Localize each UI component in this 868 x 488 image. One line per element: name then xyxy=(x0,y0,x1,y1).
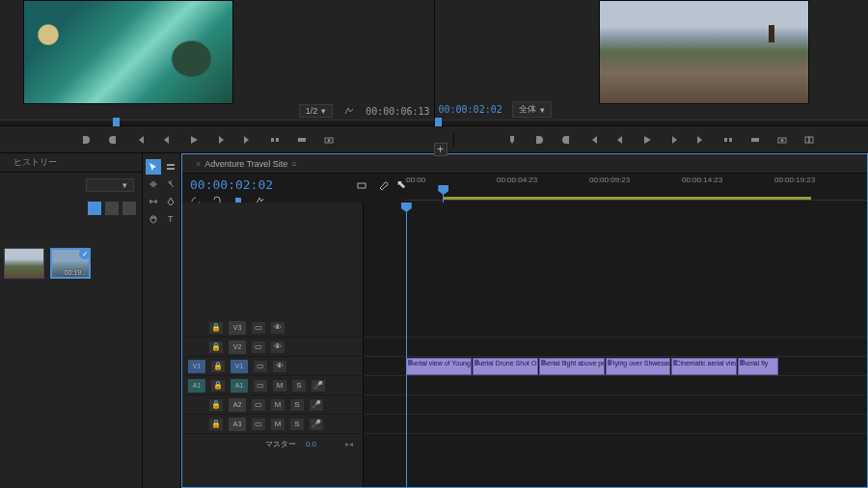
lock-icon[interactable]: 🔒 xyxy=(211,361,225,372)
button-editor-button[interactable]: + xyxy=(434,143,448,156)
wrench-icon[interactable] xyxy=(377,179,389,191)
export-frame-button[interactable] xyxy=(322,133,336,147)
track-label[interactable]: V1 xyxy=(231,360,248,373)
track-label[interactable]: V3 xyxy=(229,321,246,335)
track-header-a3[interactable]: 🔒 A3 ▭ M S 🎤 xyxy=(182,415,363,434)
program-scrubber[interactable] xyxy=(435,120,869,125)
track-lane-v2[interactable] xyxy=(364,338,867,357)
solo-button[interactable]: S xyxy=(290,419,304,430)
slip-tool[interactable] xyxy=(146,194,161,209)
eye-icon[interactable]: 👁 xyxy=(273,361,286,372)
expand-icon[interactable]: ▸◂ xyxy=(345,440,353,448)
track-label[interactable]: A1 xyxy=(231,379,248,393)
list-view-button[interactable] xyxy=(105,202,119,215)
track-content[interactable]: Aerial view of Young traveliAerial Drone… xyxy=(364,203,867,487)
track-lane-a2[interactable] xyxy=(364,395,867,415)
mute-button[interactable]: M xyxy=(273,380,286,392)
icon-view-button[interactable] xyxy=(88,202,101,215)
go-to-in-button[interactable] xyxy=(586,133,600,147)
play-button[interactable] xyxy=(187,133,201,147)
mute-button[interactable]: M xyxy=(271,399,285,411)
source-patch-v1[interactable]: V1 xyxy=(188,360,205,373)
project-thumbnail[interactable] xyxy=(4,248,44,279)
insert-button[interactable] xyxy=(268,133,282,147)
track-header-a2[interactable]: 🔒 A2 ▭ M S 🎤 xyxy=(182,395,363,415)
play-button[interactable] xyxy=(640,133,654,147)
freeform-view-button[interactable] xyxy=(122,202,136,215)
voiceover-icon[interactable]: 🎤 xyxy=(312,380,325,392)
step-forward-button[interactable] xyxy=(667,133,681,147)
mark-in-button[interactable] xyxy=(532,133,546,147)
video-clip[interactable]: Aerial view of Young traveli xyxy=(406,358,472,375)
work-area-bar[interactable] xyxy=(443,197,811,200)
pen-tool[interactable] xyxy=(163,194,178,209)
master-track-row[interactable]: マスター 0.0 ▸◂ xyxy=(182,434,363,453)
ruler-playhead[interactable] xyxy=(443,185,444,203)
settings-icon[interactable] xyxy=(342,104,356,118)
sync-lock-icon[interactable]: ▭ xyxy=(252,341,265,353)
timeline-playhead[interactable] xyxy=(406,203,407,487)
lock-icon[interactable]: 🔒 xyxy=(211,380,225,392)
insert-sequence-icon[interactable] xyxy=(356,179,367,191)
mark-in-button[interactable] xyxy=(79,133,93,147)
program-playhead[interactable] xyxy=(435,118,442,126)
export-frame-button[interactable] xyxy=(775,133,789,147)
eye-icon[interactable]: 👁 xyxy=(271,322,285,334)
source-scrubber[interactable] xyxy=(0,120,434,125)
solo-button[interactable]: S xyxy=(290,399,304,411)
video-clip[interactable]: Aerial fly xyxy=(738,358,778,375)
overwrite-button[interactable] xyxy=(295,133,309,147)
step-forward-button[interactable] xyxy=(214,133,228,147)
track-label[interactable]: A2 xyxy=(229,398,246,412)
track-lane-a1[interactable] xyxy=(364,376,867,395)
timeline-timecode[interactable]: 00:00:02:02 xyxy=(190,177,348,192)
mark-out-button[interactable] xyxy=(559,133,573,147)
sequence-name[interactable]: Adventure Travel Site xyxy=(204,159,287,169)
source-monitor-image[interactable] xyxy=(23,0,233,104)
step-back-button[interactable] xyxy=(160,133,174,147)
track-lane-v1[interactable]: Aerial view of Young traveliAerial Drone… xyxy=(364,357,867,376)
track-select-tool[interactable] xyxy=(163,159,178,175)
go-to-in-button[interactable] xyxy=(133,133,147,147)
sync-lock-icon[interactable]: ▭ xyxy=(252,399,265,411)
video-clip[interactable]: Flying over Shwesandaw Pa xyxy=(606,358,671,375)
track-header-v2[interactable]: 🔒 V2 ▭ 👁 xyxy=(182,338,363,357)
lock-icon[interactable]: 🔒 xyxy=(209,419,223,430)
mute-button[interactable]: M xyxy=(271,419,285,430)
voiceover-icon[interactable]: 🎤 xyxy=(310,399,323,411)
hand-tool[interactable] xyxy=(146,211,161,227)
track-header-a1[interactable]: A1 🔒 A1 ▭ M S 🎤 xyxy=(182,376,363,395)
source-patch-a1[interactable]: A1 xyxy=(188,379,205,393)
track-header-v1[interactable]: V1 🔒 V1 ▭ 👁 xyxy=(182,357,363,376)
tab-history[interactable]: ヒストリー xyxy=(6,153,65,172)
track-lane-a3[interactable] xyxy=(364,415,867,434)
track-header-v3[interactable]: 🔒 V3 ▭ 👁 xyxy=(182,318,363,338)
track-label[interactable]: V2 xyxy=(229,340,246,354)
video-clip[interactable]: Aerial Drone Shot One Perso xyxy=(473,358,538,375)
sync-lock-icon[interactable]: ▭ xyxy=(252,322,265,334)
voiceover-icon[interactable]: 🎤 xyxy=(310,419,323,430)
eye-icon[interactable]: 👁 xyxy=(271,341,285,353)
track-label[interactable]: A3 xyxy=(229,418,246,431)
lock-icon[interactable]: 🔒 xyxy=(209,399,223,411)
panel-menu-icon[interactable]: ≡ xyxy=(291,159,296,169)
sync-lock-icon[interactable]: ▭ xyxy=(254,380,267,392)
lock-icon[interactable]: 🔒 xyxy=(209,341,223,353)
mark-out-button[interactable] xyxy=(106,133,120,147)
close-icon[interactable]: × xyxy=(196,159,201,169)
master-value[interactable]: 0.0 xyxy=(306,440,316,448)
go-to-out-button[interactable] xyxy=(241,133,255,147)
project-filter-dropdown[interactable]: ▾ xyxy=(86,178,134,192)
add-marker-button[interactable] xyxy=(505,133,519,147)
source-resolution-dropdown[interactable]: 1/2 ▾ xyxy=(299,104,334,118)
razor-tool[interactable] xyxy=(163,176,178,192)
program-monitor-image[interactable] xyxy=(599,0,809,104)
step-back-button[interactable] xyxy=(613,133,627,147)
sync-lock-icon[interactable]: ▭ xyxy=(254,361,267,372)
extract-button[interactable] xyxy=(748,133,762,147)
selection-tool[interactable] xyxy=(146,159,161,175)
program-fit-dropdown[interactable]: 全体 ▾ xyxy=(512,101,552,118)
type-tool[interactable]: T xyxy=(163,211,178,227)
project-thumbnail-selected[interactable]: 00:19... xyxy=(50,248,91,279)
video-clip[interactable]: Aerial flight above people h xyxy=(539,358,605,375)
